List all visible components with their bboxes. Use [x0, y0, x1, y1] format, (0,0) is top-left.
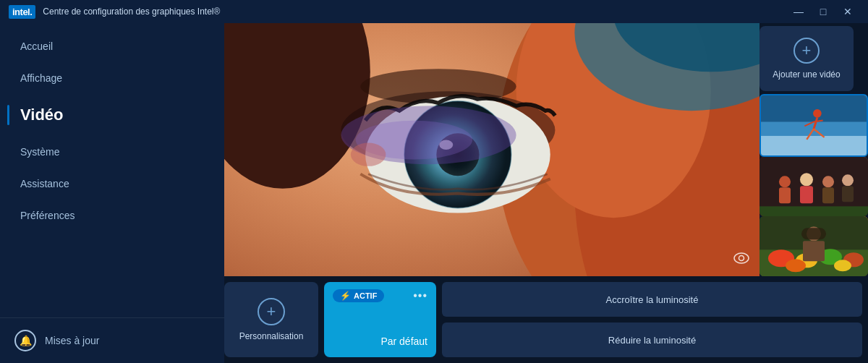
- svg-rect-48: [801, 229, 826, 240]
- personalisation-label: Personnalisation: [239, 331, 304, 341]
- titlebar-controls: — □ ✕: [787, 4, 859, 20]
- personalisation-plus-icon: +: [258, 298, 285, 325]
- updates-label: Mises à jour: [45, 335, 99, 346]
- default-profile-label: Par défaut: [380, 336, 427, 350]
- bell-icon: 🔔: [14, 330, 36, 351]
- updates-section[interactable]: 🔔 Mises à jour: [0, 317, 224, 363]
- svg-rect-37: [760, 206, 868, 216]
- minimize-button[interactable]: —: [787, 4, 810, 20]
- action-buttons: Accroître la luminosité Réduire la lumin…: [442, 282, 862, 357]
- svg-rect-30: [779, 187, 791, 203]
- video-eye-icon: [733, 251, 749, 268]
- sidebar-item-systeme[interactable]: Système: [0, 136, 224, 168]
- more-options-dots[interactable]: •••: [413, 289, 427, 302]
- svg-rect-36: [842, 186, 854, 202]
- svg-point-44: [786, 260, 806, 273]
- svg-point-31: [800, 173, 813, 186]
- right-panel: + Ajouter une vidéo: [760, 23, 868, 276]
- svg-point-18: [739, 256, 744, 261]
- increase-brightness-button[interactable]: Accroître la luminosité: [442, 282, 862, 317]
- svg-point-14: [351, 143, 386, 166]
- svg-rect-21: [761, 136, 867, 155]
- titlebar: intel. Centre de configuration des graph…: [0, 0, 868, 23]
- svg-point-29: [779, 176, 791, 187]
- intel-logo: intel.: [9, 5, 35, 19]
- svg-point-35: [842, 174, 854, 186]
- actif-icon: ⚡: [340, 291, 351, 301]
- sidebar-nav: Accueil Affichage Vidéo Système Assistan…: [0, 23, 224, 317]
- video-area: + Ajouter une vidéo: [224, 23, 868, 276]
- svg-point-45: [834, 260, 851, 272]
- app-title: Centre de configuration des graphiques I…: [43, 7, 220, 17]
- intel-logo-text: intel.: [9, 5, 35, 19]
- video-player[interactable]: [224, 23, 760, 276]
- svg-rect-34: [822, 187, 834, 203]
- video-content: [224, 23, 760, 276]
- sidebar-item-video[interactable]: Vidéo: [0, 94, 224, 136]
- actif-badge: ⚡ ACTIF: [333, 289, 384, 302]
- svg-rect-47: [803, 242, 825, 262]
- personalisation-card[interactable]: + Personnalisation: [224, 282, 318, 357]
- sidebar: Accueil Affichage Vidéo Système Assistan…: [0, 23, 224, 363]
- svg-point-22: [813, 109, 822, 118]
- svg-rect-32: [800, 186, 813, 203]
- card-top-row: ⚡ ACTIF •••: [333, 289, 427, 302]
- default-profile-card[interactable]: ⚡ ACTIF ••• Par défaut: [324, 282, 436, 357]
- app-body: Accueil Affichage Vidéo Système Assistan…: [0, 23, 868, 363]
- sidebar-item-assistance[interactable]: Assistance: [0, 168, 224, 200]
- svg-point-17: [734, 253, 749, 263]
- svg-point-33: [822, 176, 834, 187]
- add-video-button[interactable]: + Ajouter une vidéo: [760, 26, 854, 91]
- video-thumbnail-2[interactable]: [760, 157, 868, 217]
- close-button[interactable]: ✕: [836, 4, 859, 20]
- add-video-label: Ajouter une vidéo: [773, 69, 840, 80]
- bottom-controls: + Personnalisation ⚡ ACTIF ••• Par défau…: [224, 276, 868, 363]
- main-content: + Ajouter une vidéo: [224, 23, 868, 363]
- plus-icon: +: [793, 38, 820, 64]
- decrease-brightness-button[interactable]: Réduire la luminosité: [442, 323, 862, 357]
- video-thumbnail-3[interactable]: [760, 216, 868, 276]
- titlebar-left: intel. Centre de configuration des graph…: [9, 5, 220, 19]
- sidebar-item-accueil[interactable]: Accueil: [0, 30, 224, 62]
- sidebar-item-affichage[interactable]: Affichage: [0, 62, 224, 94]
- maximize-button[interactable]: □: [812, 4, 835, 20]
- sidebar-item-preferences[interactable]: Préférences: [0, 200, 224, 231]
- video-thumbnail-1[interactable]: [760, 94, 868, 157]
